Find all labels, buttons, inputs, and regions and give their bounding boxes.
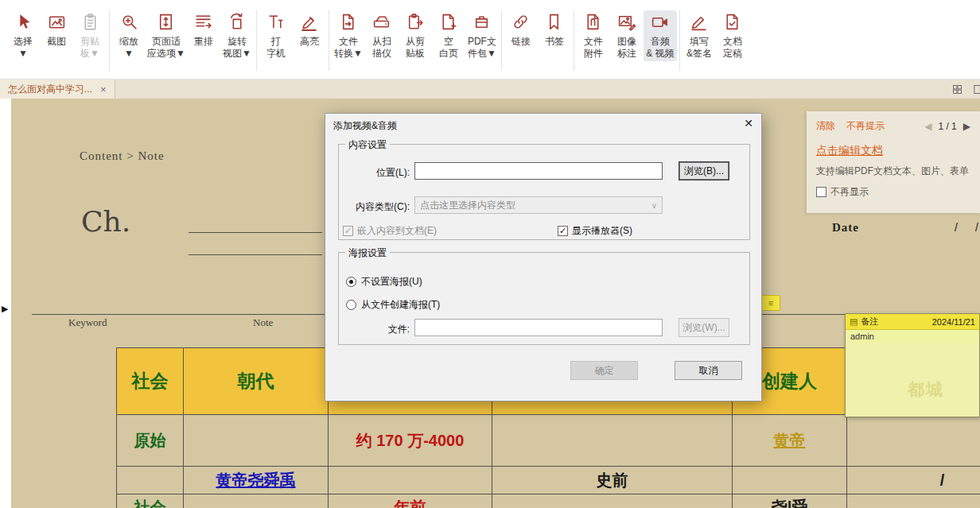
document-tab[interactable]: 怎么面对高中学习... × — [0, 79, 115, 99]
table-cell — [492, 415, 733, 467]
toolbar-label: 描仪 — [372, 48, 391, 60]
group-label: 内容设置 — [345, 138, 390, 152]
toolbar-label: 旋转 — [228, 36, 247, 48]
toolbar-label: 重排 — [194, 36, 213, 48]
grid-view-icon[interactable] — [951, 83, 963, 95]
toolbar-button-screenshot[interactable]: 截图 — [40, 10, 73, 49]
toolbar-label: 视图▼ — [223, 48, 251, 60]
location-input[interactable] — [414, 162, 663, 180]
panel-expand-arrow[interactable]: ▶ — [2, 304, 8, 314]
toolbar-label: 定稿 — [723, 48, 742, 60]
toolbar-label: 字机 — [266, 48, 286, 60]
embed-content-checkbox[interactable] — [343, 226, 353, 236]
toolbar-label: 剪贴 — [80, 36, 99, 48]
cancel-button[interactable]: 取消 — [675, 361, 742, 380]
toolbar-button-bookmark[interactable]: 书签 — [538, 10, 571, 49]
doc-keyword-label: Keyword — [68, 316, 107, 329]
poster-from-file-radio[interactable] — [346, 300, 356, 310]
toolbar-button-pdf-package[interactable]: PDF文件包▼ — [465, 10, 499, 61]
comment-anchor-icon[interactable]: ≡ — [761, 295, 780, 311]
toolbar-button-clipboard[interactable]: 剪贴板▼ — [73, 10, 107, 61]
tabbar-view-icons — [951, 79, 980, 99]
no-prompt-button[interactable]: 不再提示 — [846, 119, 885, 133]
ruled-line — [189, 232, 322, 233]
image-annotation-icon — [616, 12, 636, 32]
table-cell — [733, 467, 847, 494]
toolbar-label: 打 — [271, 36, 281, 48]
toolbar-label: 图像 — [617, 36, 636, 48]
toolbar-button-file-convert[interactable]: 文件转换▼ — [332, 10, 365, 61]
clear-button[interactable]: 清除 — [816, 119, 835, 133]
table-cell — [329, 467, 492, 494]
finalize-document-icon — [722, 12, 742, 32]
reflow-icon — [193, 12, 213, 32]
toolbar-label: 件包▼ — [468, 48, 496, 60]
tab-close-icon[interactable]: × — [100, 83, 107, 95]
toolbar-button-highlight[interactable]: 高亮 — [293, 10, 326, 49]
next-page-icon[interactable]: ▶ — [963, 121, 970, 132]
table-cell — [847, 494, 980, 508]
dont-show-checkbox[interactable] — [816, 187, 826, 197]
toolbar-button-fill-sign[interactable]: 填写&签名 — [682, 10, 716, 61]
toolbar-label: 转换▼ — [334, 48, 363, 60]
toolbar-button-image-annotation[interactable]: 图像标注 — [610, 10, 644, 61]
poster-from-file-row: 从文件创建海报(T) — [346, 298, 440, 312]
audio-video-icon — [650, 12, 670, 32]
comment-note-popup[interactable]: ▤ 备注 2024/11/21 admin 都城 — [845, 313, 980, 417]
chevron-down-icon: ∨ — [651, 201, 657, 210]
prev-page-icon[interactable]: ◀ — [924, 121, 931, 132]
toolbar-button-from-clipboard[interactable]: 从剪贴板 — [399, 10, 432, 61]
content-type-dropdown[interactable]: 点击这里选择内容类型 ∨ — [414, 196, 663, 214]
page-indicator: 1 / 1 — [938, 121, 956, 132]
dialog-close-icon[interactable]: ✕ — [744, 117, 753, 130]
page-fit-icon — [156, 12, 176, 32]
ok-button[interactable]: 确定 — [570, 361, 638, 380]
toolbar-label: 标注 — [617, 48, 636, 60]
embed-content-row: 嵌入内容到文档(E) — [343, 224, 437, 238]
toolbar-button-typewriter[interactable]: 打字机 — [259, 10, 293, 61]
doc-date-slash: / — [975, 221, 978, 234]
poster-file-input[interactable] — [414, 319, 663, 336]
browse-location-button[interactable]: 浏览(B)... — [679, 161, 729, 180]
main-toolbar: 选择▼ 截图 剪贴板▼ 缩放▼ 页面适应选项▼ 重排 旋转视图▼ 打字机 高亮 … — [0, 0, 980, 79]
table-cell: 尧|舜 — [733, 494, 847, 508]
table-cell — [184, 415, 329, 467]
toolbar-label: &签名 — [686, 48, 712, 60]
toolbar-button-audio-video[interactable]: 音频& 视频 — [644, 10, 677, 61]
edit-hint-panel: 清除 不再提示 ◀ 1 / 1 ▶ 点击编辑文档 支持编辑PDF文档文本、图片、… — [807, 111, 980, 213]
file-label: 文件: — [362, 323, 410, 336]
browse-poster-button[interactable]: 浏览(W)... — [679, 318, 729, 337]
show-player-checkbox[interactable] — [558, 226, 568, 236]
toolbar-button-zoom[interactable]: 缩放▼ — [112, 10, 146, 61]
note-body[interactable]: 都城 — [846, 343, 979, 417]
panel-view-icon[interactable] — [973, 83, 980, 95]
toolbar-label: 文件 — [584, 36, 603, 48]
toolbar-button-from-scanner[interactable]: 从扫描仪 — [365, 10, 399, 61]
toolbar-button-finalize-document[interactable]: 文档定稿 — [716, 10, 749, 61]
toolbar-button-reflow[interactable]: 重排 — [187, 10, 220, 49]
edit-document-link[interactable]: 点击编辑文档 — [816, 144, 970, 158]
creator-link[interactable]: 黄帝 — [733, 415, 847, 467]
doc-chapter-text: Ch. — [81, 205, 130, 238]
highlighter-icon — [299, 12, 319, 32]
toolbar-label: 从扫 — [372, 36, 391, 48]
toolbar-button-page-fit-options[interactable]: 页面适应选项▼ — [146, 10, 187, 61]
add-audio-video-dialog: 添加视频&音频 ✕ 内容设置 位置(L): 浏览(B)... 内容类型(C): … — [325, 113, 762, 401]
location-label: 位置(L): — [349, 166, 410, 180]
toolbar-button-blank-page[interactable]: 空白页 — [432, 10, 465, 61]
dont-show-row: 不再显示 — [816, 185, 970, 199]
dynasty-link[interactable]: 黄帝尧舜禹 — [184, 467, 329, 494]
no-poster-label: 不设置海报(U) — [361, 275, 422, 289]
toolbar-button-select[interactable]: 选择▼ — [6, 10, 40, 61]
toolbar-separator — [574, 10, 574, 71]
toolbar-button-file-attachment[interactable]: 文件附件 — [577, 10, 610, 61]
table-cell — [184, 494, 329, 508]
dialog-title: 添加视频&音频 — [333, 119, 397, 133]
from-clipboard-icon — [405, 12, 425, 32]
toolbar-button-rotate-view[interactable]: 旋转视图▼ — [220, 10, 254, 61]
toolbar-button-link[interactable]: 链接 — [504, 10, 538, 49]
show-player-label: 显示播放器(S) — [572, 224, 632, 238]
edit-document-description: 支持编辑PDF文档文本、图片、表单 — [816, 165, 970, 178]
no-poster-radio[interactable] — [346, 277, 356, 287]
table-cell: / — [847, 467, 980, 494]
